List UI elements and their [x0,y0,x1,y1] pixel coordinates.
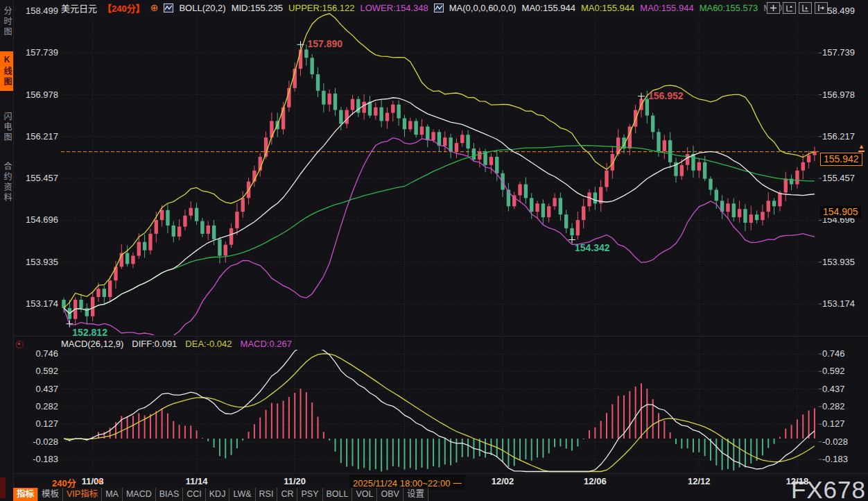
x-axis-date-label: 12/12 [677,476,721,486]
macd-series [64,348,815,471]
ma0-magenta-value: MA0:155.944 [640,3,693,13]
sidebar-item-3[interactable]: 合约资料 [0,158,13,207]
scale-y-icon[interactable] [783,2,796,14]
x-axis-date-label: 12/06 [573,476,617,486]
toolbar-tab-8[interactable]: LW& [229,488,255,501]
pan-right-icon[interactable] [815,2,828,14]
toolbar-tab-4[interactable]: MACD [123,488,156,501]
current-price-tag: 155.942 [820,153,862,166]
boll-upper-value: UPPER:156.122 [288,3,354,13]
toolbar-tab-5[interactable]: BIAS [156,488,184,501]
toolbar-tab-14[interactable]: OBV [377,488,403,501]
candlestick-series [62,14,816,339]
toolbar-tab-0[interactable]: 指标 [13,488,38,501]
macd-axis-label-left: 0.592 [24,366,58,377]
y-axis-label-right: 153.174 [822,298,864,309]
x-axis-date-label: 11/20 [272,476,317,486]
toolbar-tab-12[interactable]: BOLL [323,488,353,501]
period-badge: 【240分】 [103,1,145,15]
left-sidebar: 分时图K线图闪电图合约资料 [0,0,14,501]
toolbar-tab-6[interactable]: CCI [183,488,206,501]
y-axis-label-left: 157.739 [24,47,58,58]
macd-axis-label-right: 0.127 [822,418,864,430]
macd-axis-label-left: 0.746 [24,348,58,359]
price-annotation-high: 156.952 [648,90,684,101]
macd-axis-label-right: -0.028 [822,436,864,448]
scroll-left-button[interactable] [0,477,6,498]
trading-app-window: 分时图K线图闪电图合约资料 美元日元 【240分】 ⊕ BOLL(20,2) M… [0,0,868,501]
macd-axis-label-right: 0.592 [822,366,864,377]
toolbar-tab-9[interactable]: RSI [256,488,278,501]
chart-header: 美元日元 【240分】 ⊕ BOLL(20,2) MID:155.235 UPP… [61,2,785,13]
ma60-value: MA60:155.573 [700,3,758,13]
toolbar-tab-13[interactable]: VOL [352,488,377,501]
macd-macd-value: MACD:0.267 [241,339,292,349]
y-axis-label-left: 156.217 [24,131,58,142]
grid-lines [61,6,822,473]
macd-axis-label-right: 0.746 [822,348,864,359]
y-axis-label-left: 155.457 [24,173,58,184]
chart-tool-icons [767,2,828,14]
macd-axis-label-right: 0.282 [822,401,864,412]
axis-divider [13,473,868,474]
secondary-price-tag: 154.905 [820,206,861,218]
macd-axis-label-right: -0.183 [822,454,864,465]
x-axis-date-label: 12/02 [480,476,525,486]
sidebar-item-1[interactable]: K线图 [0,51,13,91]
sidebar-item-0[interactable]: 分时图 [0,3,13,41]
macd-axis-label-left: -0.028 [24,436,58,448]
toolbar-tab-7[interactable]: KDJ [206,488,230,501]
sidebar-item-2[interactable]: 闪电图 [0,108,13,146]
toolbar-tab-11[interactable]: PSY [297,488,322,501]
scroll-to-latest-icon[interactable]: ▲ [858,144,865,152]
macd-dea-value: DEA:-0.042 [185,339,232,349]
toolbar-tab-15[interactable]: 设置 [403,488,428,501]
add-indicator-icon[interactable]: ⊕ [150,3,159,12]
y-axis-label-left: 158.499 [24,6,58,17]
ma-group-label: MA(0,0,0,60,0,0) [449,3,517,13]
boll-mid-value: MID:155.235 [232,3,283,13]
y-axis-label-right: 157.739 [822,47,864,58]
symbol-name: 美元日元 [61,1,97,15]
macd-axis-label-left: -0.183 [24,454,58,465]
y-axis-label-left: 156.978 [24,90,58,101]
macd-axis-label-left: 0.282 [24,401,58,412]
ma0-white-value: MA0:155.944 [522,3,575,13]
macd-axis-label-left: 0.437 [24,384,58,395]
toolbar-tab-3[interactable]: MA [102,488,123,501]
y-axis-label-left: 153.174 [24,298,58,309]
watermark: FX678 [791,476,866,501]
x-axis-date-label: 11/14 [175,476,219,486]
crosshair-icon[interactable] [767,2,780,14]
ma0-yellow-value: MA0:155.944 [581,3,634,13]
y-axis-label-left: 154.696 [24,214,58,226]
y-axis-label-right: 158.499 [822,6,864,17]
y-axis-label-left: 153.935 [24,257,58,268]
scale-x-icon[interactable] [799,2,812,14]
price-annotation-low: 152.812 [72,327,107,338]
macd-axis-label-left: 0.127 [24,418,58,430]
boll-label: BOLL(20,2) [179,3,225,13]
y-axis-label-right: 155.457 [822,173,864,184]
macd-title: MACD(26,12,9) [61,339,123,349]
panel-divider [13,336,868,337]
toolbar-tab-2[interactable]: VIP指标 [63,488,102,501]
toolbar-tab-1[interactable]: 模板 [38,488,63,501]
y-axis-label-right: 156.217 [822,131,864,142]
main-chart-svg [0,0,868,501]
boll-indicator-icon[interactable] [164,3,173,12]
bottom-toolbar: 指标模板VIP指标MAMACDBIASCCIKDJLW&RSICRPSYBOLL… [13,488,428,501]
y-axis-label-right: 153.935 [822,257,864,268]
macd-axis-label-right: 0.437 [822,384,864,395]
macd-diff-value: DIFF:0.091 [132,339,177,349]
toolbar-tab-10[interactable]: CR [277,488,297,501]
macd-panel-icon[interactable] [16,341,24,348]
macd-header: MACD(26,12,9) DIFF:0.091 DEA:-0.042 MACD… [61,339,292,349]
price-annotation-low: 154.342 [575,242,610,253]
price-annotation-high: 157.890 [308,38,343,49]
boll-lower-value: LOWER:154.348 [361,3,428,13]
ma-indicator-icon[interactable] [434,3,444,12]
y-axis-label-right: 156.978 [822,90,864,101]
